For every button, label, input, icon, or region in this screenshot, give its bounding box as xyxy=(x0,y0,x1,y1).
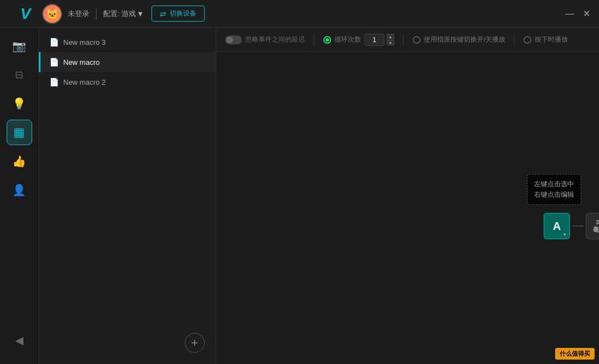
macro-item-3[interactable]: 📄 New macro 2 xyxy=(39,72,216,92)
switch-icon: ⇄ xyxy=(160,9,166,18)
main-layout: 📷 ⊟ 💡 ▦ 👍 👤 ◀ 📄 New macro 3 xyxy=(0,28,599,364)
key-a-down-box[interactable]: A xyxy=(544,213,570,239)
context-hint: 左键点击选中 右键点击编辑 xyxy=(527,174,581,205)
toolbar-divider-2 xyxy=(403,33,404,47)
node-delay[interactable]: 34 毫秒 xyxy=(586,213,599,239)
node-key-a-down[interactable]: A xyxy=(544,213,570,239)
loop-spinner: ▲ ▼ xyxy=(387,34,394,45)
sidebar-item-user[interactable]: 👤 xyxy=(7,177,32,203)
macro-item-2[interactable]: 📄 New macro xyxy=(39,52,216,72)
hint-line1: 左键点击选中 xyxy=(534,179,574,189)
macro-nodes: A 34 毫秒 A X: xyxy=(544,213,599,239)
editor-toolbar: 忽略事件之间的延迟 循环次数 ▲ ▼ 使用指派按键切换开/关播放 xyxy=(216,28,599,52)
assign-key-radio-group: 使用指派按键切换开/关播放 xyxy=(413,35,505,44)
sidebar-item-collapse[interactable]: ◀ xyxy=(7,327,32,353)
ignore-delay-label: 忽略事件之间的延迟 xyxy=(245,35,305,44)
editor-panel: 忽略事件之间的延迟 循环次数 ▲ ▼ 使用指派按键切换开/关播放 xyxy=(216,28,599,364)
connector-1 xyxy=(572,225,583,227)
document-icon-2: 📄 xyxy=(49,58,59,66)
toolbar-divider-1 xyxy=(314,33,314,47)
close-button[interactable]: ✕ xyxy=(583,9,590,18)
switch-device-label: 切换设备 xyxy=(170,9,196,18)
loop-radio[interactable] xyxy=(323,36,331,44)
sidebar-item-macro[interactable]: ▦ xyxy=(7,120,32,145)
watermark: 什么值得买 xyxy=(555,348,595,360)
loop-value-input[interactable] xyxy=(364,34,384,46)
user-add-icon: 👤 xyxy=(12,183,26,197)
logo-area: V xyxy=(9,5,42,23)
sidebar-item-thumb[interactable]: 👍 xyxy=(7,148,32,174)
divider xyxy=(96,8,97,19)
delay-value: 34 xyxy=(596,219,599,225)
thumb-icon: 👍 xyxy=(12,155,26,168)
loop-decrement[interactable]: ▼ xyxy=(387,40,394,45)
sidebar-item-bulb[interactable]: 💡 xyxy=(7,91,32,116)
titlebar-controls: — ✕ xyxy=(565,9,590,18)
add-macro-button[interactable]: + xyxy=(185,333,205,353)
macro-icon: ▦ xyxy=(13,125,25,140)
minimize-button[interactable]: — xyxy=(565,9,574,18)
username-label: 未登录 xyxy=(68,9,89,19)
loop-radio-group: 循环次数 ▲ ▼ xyxy=(323,34,394,46)
hold-label: 按下时播放 xyxy=(535,35,568,44)
macro-list-panel: 📄 New macro 3 📄 New macro 📄 New macro 2 … xyxy=(39,28,216,364)
collapse-icon: ◀ xyxy=(15,334,23,347)
chevron-down-icon[interactable]: ▾ xyxy=(138,8,143,19)
editor-canvas[interactable]: 左键点击选中 右键点击编辑 按键 添加▶ 延迟 修改 坐标 xyxy=(216,52,599,364)
macro-item-name-2: New macro xyxy=(63,58,100,66)
config-label: 配置: 游戏 xyxy=(103,9,136,19)
sidebar-item-camera[interactable]: 📷 xyxy=(7,33,32,59)
avatar[interactable]: 🐱 xyxy=(42,4,62,24)
switch-device-button[interactable]: ⇄ 切换设备 xyxy=(151,6,205,22)
hold-radio[interactable] xyxy=(524,36,531,44)
sliders-icon: ⊟ xyxy=(15,69,23,81)
bulb-icon: 💡 xyxy=(12,97,26,110)
assign-key-label: 使用指派按键切换开/关播放 xyxy=(424,35,505,44)
ignore-delay-toggle-group: 忽略事件之间的延迟 xyxy=(225,35,305,44)
document-icon-3: 📄 xyxy=(49,78,59,86)
macro-items-container: 📄 New macro 3 📄 New macro 📄 New macro 2 xyxy=(39,28,216,364)
assign-key-radio[interactable] xyxy=(413,36,420,44)
loop-label: 循环次数 xyxy=(334,35,361,44)
macro-item-1[interactable]: 📄 New macro 3 xyxy=(39,32,216,52)
toolbar-divider-3 xyxy=(514,33,515,47)
macro-item-name-1: New macro 3 xyxy=(63,38,106,47)
hold-radio-group: 按下时播放 xyxy=(524,35,568,44)
sidebar-item-sliders[interactable]: ⊟ xyxy=(7,62,32,88)
loop-increment[interactable]: ▲ xyxy=(387,34,394,39)
delay-unit: 毫秒 xyxy=(593,225,599,234)
ignore-delay-toggle[interactable] xyxy=(225,35,242,44)
sidebar: 📷 ⊟ 💡 ▦ 👍 👤 ◀ xyxy=(0,28,39,364)
hint-line2: 右键点击编辑 xyxy=(534,189,574,200)
macro-item-name-3: New macro 2 xyxy=(63,78,106,86)
loop-input-group: ▲ ▼ xyxy=(364,34,394,46)
sidebar-bottom: ◀ xyxy=(0,327,38,358)
titlebar: V 🐱 未登录 配置: 游戏 ▾ ⇄ 切换设备 — ✕ xyxy=(0,0,599,28)
document-icon: 📄 xyxy=(49,38,59,47)
user-info: 未登录 xyxy=(68,9,89,19)
delay-box[interactable]: 34 毫秒 xyxy=(586,213,599,239)
app-logo: V xyxy=(21,5,31,23)
camera-icon: 📷 xyxy=(12,39,26,53)
